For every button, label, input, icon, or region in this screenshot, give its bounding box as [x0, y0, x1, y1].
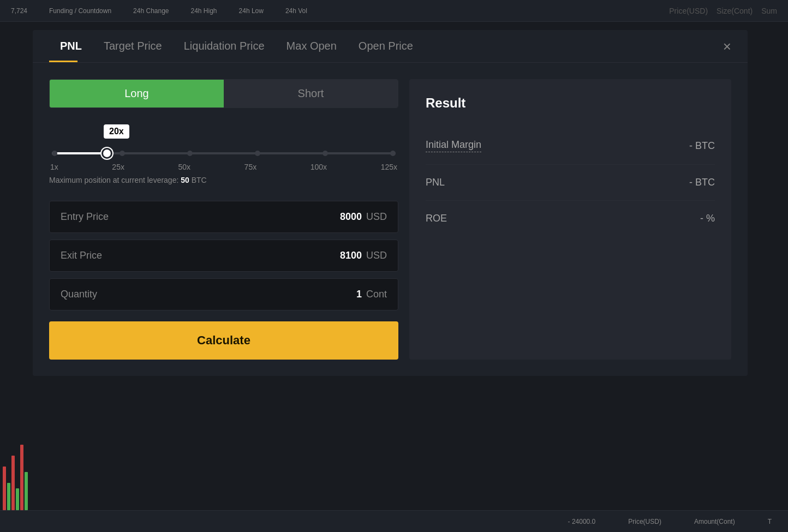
entry-price-label: Entry Price: [61, 211, 109, 223]
slider-dot-1: [52, 151, 57, 156]
tab-liquidation-price[interactable]: Liquidation Price: [173, 30, 276, 62]
result-row-pnl: PNL - BTC: [426, 165, 715, 201]
leverage-tooltip: 20x: [104, 124, 129, 139]
exit-price-field[interactable]: Exit Price 8100 USD: [49, 240, 398, 272]
max-position-text: Maximum position at current leverage: 50…: [49, 176, 398, 184]
bottom-bar-t: T: [768, 518, 772, 525]
column-header-price: Price(USD): [669, 7, 708, 15]
quantity-label: Quantity: [61, 289, 97, 300]
tab-target-price[interactable]: Target Price: [93, 30, 173, 62]
column-header-sum: Sum: [761, 7, 777, 15]
tab-open-price[interactable]: Open Price: [348, 30, 424, 62]
slider-label-125x: 125x: [381, 163, 397, 171]
calculator-modal: PNL Target Price Liquidation Price Max O…: [33, 30, 748, 376]
entry-price-field[interactable]: Entry Price 8000 USD: [49, 201, 398, 233]
tabs-container: PNL Target Price Liquidation Price Max O…: [33, 30, 748, 63]
result-panel: Result Initial Margin - BTC PNL - BTC RO…: [409, 79, 731, 360]
top-bar-low: 24h Low: [239, 7, 264, 15]
quantity-field[interactable]: Quantity 1 Cont: [49, 278, 398, 310]
bottom-bar-price-usd: Price(USD): [628, 518, 661, 525]
slider-label-25x: 25x: [112, 163, 124, 171]
tab-max-open[interactable]: Max Open: [276, 30, 348, 62]
initial-margin-label: Initial Margin: [426, 139, 481, 152]
long-button[interactable]: Long: [50, 80, 224, 107]
slider-container: [49, 152, 398, 154]
pnl-label: PNL: [426, 177, 445, 188]
result-title: Result: [426, 95, 715, 111]
slider-track: [52, 152, 396, 154]
slider-label-50x: 50x: [178, 163, 190, 171]
roe-value: - %: [700, 213, 715, 224]
tab-pnl[interactable]: PNL: [49, 30, 93, 62]
slider-dot-2: [120, 151, 125, 156]
entry-price-value-group: 8000 USD: [340, 211, 387, 223]
chart-candles: [0, 401, 33, 510]
slider-dot-4: [255, 151, 260, 156]
result-row-initial-margin: Initial Margin - BTC: [426, 127, 715, 165]
bottom-bar-amount: Amount(Cont): [694, 518, 735, 525]
top-bar-vol: 24h Vol: [285, 7, 307, 15]
top-bar-change: 24h Change: [133, 7, 169, 15]
roe-label: ROE: [426, 213, 447, 224]
quantity-unit: Cont: [366, 289, 387, 300]
modal-content: Long Short 20x: [33, 63, 748, 376]
slider-dot-3: [187, 151, 193, 156]
left-panel: Long Short 20x: [49, 79, 398, 360]
exit-price-unit: USD: [366, 250, 387, 261]
entry-price-unit: USD: [366, 211, 387, 223]
bottom-bar: - 24000.0 Price(USD) Amount(Cont) T: [0, 510, 788, 532]
close-button[interactable]: ×: [723, 39, 731, 53]
quantity-value-group: 1 Cont: [356, 289, 387, 300]
short-button[interactable]: Short: [224, 80, 398, 107]
top-bar-funding: Funding / Countdown: [49, 7, 111, 15]
calculate-button[interactable]: Calculate: [49, 321, 398, 360]
slider-dot-6: [390, 151, 396, 156]
result-row-roe: ROE - %: [426, 201, 715, 236]
input-group: Entry Price 8000 USD Exit Price 8100 USD…: [49, 201, 398, 310]
entry-price-value: 8000: [340, 211, 362, 223]
top-bar-price: 7,724: [11, 7, 27, 15]
slider-thumb[interactable]: [102, 148, 112, 159]
exit-price-value: 8100: [340, 250, 362, 261]
exit-price-label: Exit Price: [61, 250, 102, 261]
top-bar-high: 24h High: [191, 7, 217, 15]
column-header-size: Size(Cont): [717, 7, 753, 15]
long-short-toggle: Long Short: [49, 79, 398, 108]
leverage-area: 20x: [49, 119, 398, 190]
slider-label-100x: 100x: [311, 163, 327, 171]
quantity-value: 1: [356, 289, 362, 300]
exit-price-value-group: 8100 USD: [340, 250, 387, 261]
top-bar: 7,724 Funding / Countdown 24h Change 24h…: [0, 0, 788, 22]
initial-margin-value: - BTC: [689, 140, 715, 152]
bottom-bar-price-neg: - 24000.0: [568, 518, 596, 525]
slider-labels: 1x 25x 50x 75x 100x 125x: [49, 163, 398, 171]
slider-label-1x: 1x: [50, 163, 58, 171]
slider-label-75x: 75x: [244, 163, 257, 171]
pnl-value: - BTC: [689, 177, 715, 188]
slider-dot-5: [323, 151, 328, 156]
